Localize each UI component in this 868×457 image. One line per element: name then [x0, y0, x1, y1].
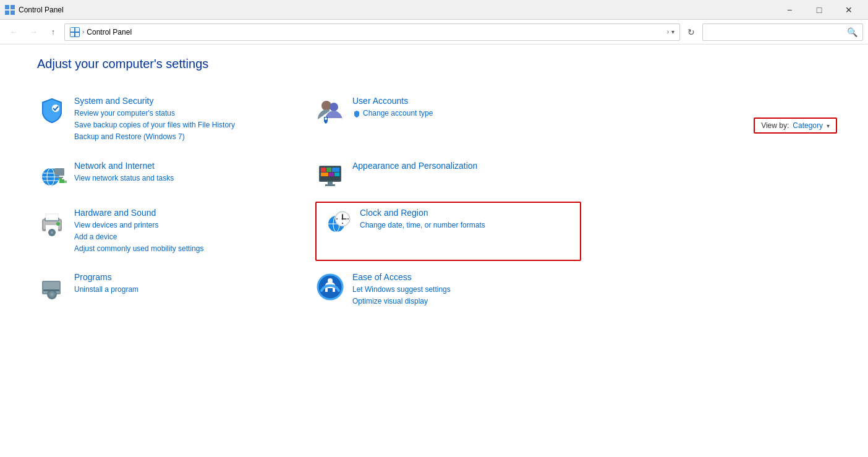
ease-access-link-2[interactable]: Optimize visual display [352, 296, 451, 307]
svg-rect-0 [5, 5, 9, 9]
ease-access-link-1[interactable]: Let Windows suggest settings [352, 284, 451, 296]
svg-point-11 [325, 117, 327, 120]
address-icon [70, 27, 80, 37]
address-path: Control Panel [87, 28, 664, 36]
category-ease-access: Ease of Access Let Windows suggest setti… [315, 266, 594, 314]
svg-rect-27 [321, 173, 328, 176]
appearance-title[interactable]: Appearance and Personalization [352, 161, 477, 171]
minimize-button[interactable]: − [775, 0, 804, 20]
hardware-link-2[interactable]: Add a device [74, 231, 203, 243]
svg-point-8 [52, 105, 59, 112]
svg-point-39 [51, 231, 53, 234]
svg-rect-3 [11, 11, 15, 15]
user-accounts-link-1[interactable]: Change account type [352, 108, 433, 122]
category-appearance: Appearance and Personalization [315, 155, 594, 197]
navigation-bar: ← → ↑ › Control Panel › ▾ ↻ 🔍 [0, 20, 868, 45]
svg-rect-1 [11, 5, 15, 9]
svg-rect-26 [332, 168, 339, 172]
hardware-content: Hardware and Sound View devices and prin… [74, 208, 203, 255]
svg-rect-35 [46, 214, 58, 220]
system-security-link-1[interactable]: Review your computer's status [74, 108, 235, 119]
user-accounts-icon [315, 96, 345, 126]
svg-rect-24 [321, 168, 326, 172]
programs-link-1[interactable]: Uninstall a program [74, 284, 138, 296]
svg-rect-21 [64, 181, 67, 183]
ease-access-icon [315, 272, 345, 302]
breadcrumb-separator-1: › [82, 28, 84, 35]
category-clock-region: Clock and Region Change date, time, or n… [315, 202, 581, 262]
svg-point-51 [342, 218, 344, 220]
appearance-icon [315, 161, 345, 190]
search-bar[interactable]: 🔍 [702, 23, 863, 41]
svg-rect-17 [54, 168, 64, 176]
clock-region-title[interactable]: Clock and Region [360, 208, 485, 218]
search-input[interactable] [708, 28, 845, 36]
window-title: Control Panel [19, 6, 64, 14]
forward-button[interactable]: → [25, 23, 42, 41]
network-icon [37, 161, 67, 190]
svg-rect-19 [59, 178, 62, 183]
category-hardware: Hardware and Sound View devices and prin… [37, 202, 315, 262]
view-by-control[interactable]: View by: Category ▾ [754, 117, 837, 134]
svg-rect-18 [56, 177, 63, 178]
up-button[interactable]: ↑ [45, 23, 62, 41]
svg-point-10 [330, 103, 338, 111]
refresh-button[interactable]: ↻ [683, 23, 700, 41]
category-network: Network and Internet View network status… [37, 155, 315, 197]
main-content: Adjust your computer's settings System a… [0, 45, 868, 331]
category-user-accounts: User Accounts Change account type [315, 90, 594, 150]
search-button[interactable]: 🔍 [847, 27, 857, 37]
category-system-security: System and Security Review your computer… [37, 90, 315, 150]
category-programs: Programs Uninstall a program [37, 266, 315, 314]
ease-access-title[interactable]: Ease of Access [352, 272, 451, 282]
svg-rect-25 [326, 168, 331, 172]
page-title: Adjust your computer's settings [37, 57, 831, 71]
svg-point-56 [51, 293, 53, 296]
title-bar: Control Panel − □ ✕ [0, 0, 868, 20]
user-accounts-title[interactable]: User Accounts [352, 96, 433, 106]
system-security-link-2[interactable]: Save backup copies of your files with Fi… [74, 119, 235, 131]
programs-title[interactable]: Programs [74, 272, 138, 282]
clock-region-icon [323, 208, 352, 237]
maximize-button[interactable]: □ [805, 0, 833, 20]
hardware-icon [37, 208, 67, 237]
programs-icon [37, 272, 67, 302]
ease-access-content: Ease of Access Let Windows suggest setti… [352, 272, 451, 307]
appearance-content: Appearance and Personalization [352, 161, 477, 173]
programs-content: Programs Uninstall a program [74, 272, 138, 296]
svg-rect-4 [70, 28, 74, 32]
svg-rect-57 [43, 289, 59, 291]
network-content: Network and Internet View network status… [74, 161, 174, 184]
svg-rect-31 [325, 184, 335, 186]
svg-rect-2 [5, 11, 9, 15]
view-by-arrow-icon: ▾ [827, 122, 830, 129]
svg-point-37 [56, 222, 60, 226]
window-controls: − □ ✕ [775, 0, 863, 20]
system-security-title[interactable]: System and Security [74, 96, 235, 106]
user-accounts-content: User Accounts Change account type [352, 96, 433, 122]
system-security-link-3[interactable]: Backup and Restore (Windows 7) [74, 131, 235, 143]
svg-rect-7 [75, 33, 79, 36]
svg-rect-6 [70, 33, 74, 36]
system-security-icon [37, 96, 67, 126]
svg-rect-30 [328, 182, 333, 184]
clock-region-link-1[interactable]: Change date, time, or number formats [360, 220, 485, 231]
view-by-value[interactable]: Category [793, 121, 823, 130]
svg-rect-28 [329, 173, 334, 176]
network-title[interactable]: Network and Internet [74, 161, 174, 171]
hardware-title[interactable]: Hardware and Sound [74, 208, 203, 218]
back-button[interactable]: ← [5, 23, 22, 41]
hardware-link-1[interactable]: View devices and printers [74, 220, 203, 231]
close-button[interactable]: ✕ [835, 0, 863, 20]
categories-grid: System and Security Review your computer… [37, 90, 594, 319]
address-dropdown-arrow[interactable]: ▾ [671, 28, 674, 35]
svg-rect-5 [75, 28, 79, 32]
view-by-label: View by: [761, 121, 789, 130]
system-security-content: System and Security Review your computer… [74, 96, 235, 143]
network-link-1[interactable]: View network status and tasks [74, 173, 174, 184]
clock-region-content: Clock and Region Change date, time, or n… [360, 208, 485, 231]
svg-rect-29 [334, 173, 339, 176]
app-icon [5, 5, 15, 15]
address-bar[interactable]: › Control Panel › ▾ [64, 23, 680, 41]
hardware-link-3[interactable]: Adjust commonly used mobility settings [74, 243, 203, 255]
